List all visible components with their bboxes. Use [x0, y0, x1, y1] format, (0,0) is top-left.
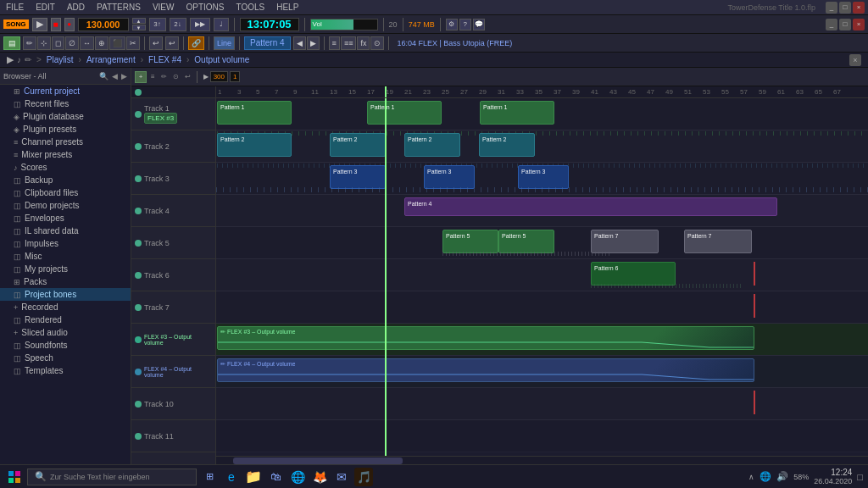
track-lane-7[interactable] [216, 291, 868, 324]
play-btn[interactable]: ▶ [32, 18, 47, 31]
pattern-block-4-1[interactable]: Pattern 4 [404, 197, 777, 216]
sidebar-item-clipboard[interactable]: ◫Clipboard files [0, 186, 131, 199]
pat-prev[interactable]: ◀ [293, 36, 306, 50]
taskbar-explorer[interactable]: 📁 [244, 468, 263, 486]
track2-mute[interactable] [135, 143, 142, 150]
rec-btn[interactable]: ● [64, 18, 75, 31]
snap-btn2[interactable]: Line [214, 36, 235, 50]
menu-edit[interactable]: EDIT [33, 3, 58, 12]
track8-mute[interactable] [135, 336, 142, 343]
h-scrollbar[interactable] [216, 456, 868, 464]
draw-btn[interactable]: ✏ [23, 36, 36, 50]
sidebar-item-il-shared[interactable]: ◫IL shared data [0, 225, 131, 237]
sidebar-item-backup[interactable]: ◫Backup [0, 174, 131, 186]
bc-playlist[interactable]: Playlist [47, 55, 74, 64]
track-lane-5[interactable]: Pattern 5 Pattern 5 Pattern 7 Pattern 7 [216, 227, 868, 259]
track3-mute[interactable] [135, 175, 142, 182]
fx-btn[interactable]: fx [357, 36, 370, 50]
breadcrumb-arrow[interactable]: ▶ [7, 54, 14, 65]
taskbar-network[interactable]: 🌐 [760, 471, 771, 482]
panel-close[interactable]: × [849, 54, 861, 66]
start-btn[interactable] [5, 468, 24, 486]
slip-btn[interactable]: ↔ [80, 36, 94, 50]
tb-icon-3[interactable]: 💬 [473, 19, 485, 30]
pattern-block-3-2[interactable]: Pattern 3 [424, 165, 475, 189]
pattern-block-2-2[interactable]: Pattern 2 [330, 133, 386, 157]
track1-mute[interactable] [135, 111, 142, 118]
link-btn[interactable]: 🔗 [188, 36, 204, 50]
pattern-block-2-3[interactable]: Pattern 2 [404, 133, 460, 157]
playlist-btn[interactable]: ▤ [3, 36, 20, 50]
sidebar-item-recent-files[interactable]: ◫Recent files [0, 97, 131, 110]
menu-patterns[interactable]: PATTERNS [94, 3, 143, 12]
menu-view[interactable]: VIEW [150, 3, 177, 12]
sidebar-item-envelopes[interactable]: ◫Envelopes [0, 212, 131, 225]
track-lane-10[interactable] [216, 388, 868, 420]
sidebar-item-templates[interactable]: ◫Templates [0, 364, 131, 377]
track11-mute[interactable] [135, 433, 142, 440]
taskbar-up-arrow[interactable]: ∧ [748, 473, 754, 481]
taskbar-edge[interactable]: e [222, 468, 241, 486]
mute-btn[interactable]: ∅ [65, 36, 79, 50]
menu-add[interactable]: ADD [64, 3, 87, 12]
track9-mute[interactable] [135, 369, 142, 375]
pattern-block-6-1[interactable]: Pattern 6 [591, 262, 676, 286]
track8-auto-block[interactable]: ✏ FLEX #3 – Output volume [217, 326, 754, 350]
sidebar-item-misc[interactable]: ◫Misc [0, 250, 131, 263]
taskbar-edge2[interactable]: 🌐 [288, 468, 307, 486]
bc-output-volume[interactable]: Output volume [194, 55, 249, 64]
metronome-btn[interactable]: ♩ [214, 18, 229, 31]
snap-btn[interactable]: ▶▶ [190, 18, 210, 31]
menu-tools[interactable]: TOOLS [233, 3, 267, 12]
track9-auto-block[interactable]: ✏ FLEX #4 – Output volume [217, 358, 754, 382]
sidebar-item-current-project[interactable]: ⊞Current project [0, 85, 131, 97]
pat-next[interactable]: ▶ [307, 36, 320, 50]
sidebar-item-channel-presets[interactable]: ≡Channel presets [0, 136, 131, 148]
pattern-block-5-2[interactable]: Pattern 5 [498, 230, 554, 253]
split-btn[interactable]: ✂ [126, 36, 140, 50]
pattern-block-2-4[interactable]: Pattern 2 [479, 133, 535, 157]
pattern-select[interactable]: Pattern 4 [244, 36, 291, 50]
track-lane-3[interactable]: Pattern 3 Pattern 3 Pattern 3 [216, 163, 868, 195]
sidebar-item-recorded[interactable]: +Recorded [0, 301, 131, 313]
track10-mute[interactable] [135, 401, 142, 408]
track-lane-9[interactable]: ✏ FLEX #4 – Output volume [216, 356, 868, 388]
taskbar-firefox[interactable]: 🦊 [310, 468, 329, 486]
win-max[interactable]: □ [839, 19, 851, 30]
bc-flex4[interactable]: FLEX #4 [148, 55, 181, 64]
win-min[interactable]: _ [826, 19, 837, 30]
sidebar-item-plugin-database[interactable]: ◈Plugin database [0, 110, 131, 123]
track7-mute[interactable] [135, 304, 142, 311]
tb-icon-2[interactable]: ? [459, 19, 471, 30]
close-btn[interactable]: × [853, 2, 865, 14]
bpm-display[interactable]: 130.000 [78, 18, 129, 31]
sidebar-item-rendered[interactable]: ◫Rendered [0, 313, 131, 326]
eq-btn[interactable]: ≡≡ [341, 36, 357, 50]
taskbar-fl[interactable]: 🎵 [354, 468, 373, 486]
menu-options[interactable]: OPTIONS [183, 3, 226, 12]
arr-add-track[interactable]: + [135, 71, 147, 83]
undo-btn[interactable]: ↩ [149, 36, 163, 50]
sidebar-item-demo-projects[interactable]: ◫Demo projects [0, 199, 131, 212]
taskbar-store[interactable]: 🛍 [266, 468, 285, 486]
master-mute[interactable] [135, 89, 142, 96]
sidebar-search[interactable]: 🔍 [99, 72, 108, 80]
taskbar-sound[interactable]: 🔊 [776, 471, 788, 482]
restore-btn[interactable]: □ [839, 2, 851, 14]
master-vol[interactable]: Vol [310, 19, 378, 30]
track4-mute[interactable] [135, 208, 142, 214]
sidebar-item-mixer-presets[interactable]: ≡Mixer presets [0, 148, 131, 161]
menu-file[interactable]: FILE [3, 3, 26, 12]
bc-arrangement[interactable]: Arrangement [86, 55, 136, 64]
zoom-btn[interactable]: ⊕ [95, 36, 108, 50]
select-btn[interactable]: ⊹ [37, 36, 51, 50]
tb-icon-1[interactable]: ⚙ [446, 19, 458, 30]
stop-btn[interactable]: ■ [51, 18, 61, 31]
undo2-btn[interactable]: ↩ [165, 36, 179, 50]
sidebar-item-sliced-audio[interactable]: +Sliced audio [0, 326, 131, 339]
track-lane-2[interactable]: Pattern 2 Pattern 2 Pattern 2 Pattern 2 [216, 130, 868, 163]
pattern-block-3-3[interactable]: Pattern 3 [518, 165, 569, 189]
sidebar-item-my-projects[interactable]: ◫My projects [0, 263, 131, 275]
sidebar-item-soundfonts[interactable]: ◫Soundfonts [0, 339, 131, 352]
notification-btn[interactable]: □ [857, 472, 863, 482]
